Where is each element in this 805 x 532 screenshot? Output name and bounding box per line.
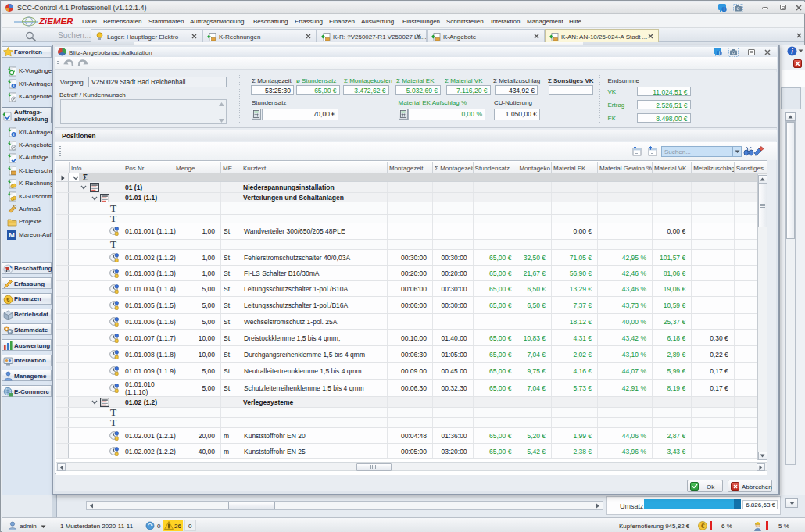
svg-text:i: i (724, 6, 724, 12)
svg-text:€: € (6, 296, 10, 303)
svg-text:€: € (701, 522, 705, 530)
svg-text:i: i (719, 50, 720, 55)
